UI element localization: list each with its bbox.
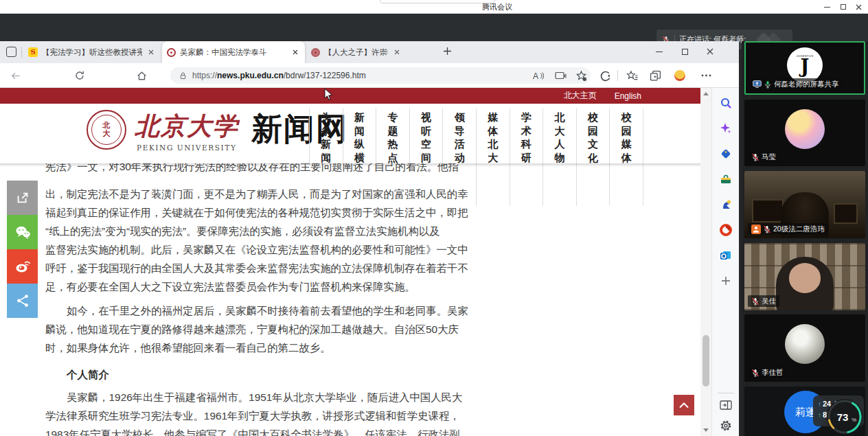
nav-item-9[interactable]: 校园文化 <box>576 108 610 206</box>
tab3-title: 【人大之子】许崇德：学而为宪 <box>324 47 388 58</box>
participant-tile-6[interactable]: 莉蓬↑24.4K/s↑82.8K/s73% <box>744 387 865 436</box>
browser-tab-2-active[interactable]: 吴家麟：中国宪法学泰斗 <box>162 41 305 63</box>
article-line: 学法律系研究生班学习宪法专业。1961年到宁夏大学执教，讲授形式逻辑和哲学史课程… <box>45 406 475 425</box>
page-scrollbar[interactable] <box>700 88 711 436</box>
more-menu-icon[interactable] <box>699 69 713 82</box>
svg-text:A: A <box>533 71 538 81</box>
share-forward-button[interactable] <box>7 181 38 215</box>
tab-device-icon[interactable] <box>553 69 567 82</box>
pku-news-page: 北大主页 English 北大 北京大学 PEKING UNIVERSITY 新… <box>0 88 739 436</box>
pku-english-link[interactable]: English <box>615 91 641 101</box>
browser-tab-1[interactable]: S 【宪法学习】听这些教授讲宪法 <box>23 41 161 63</box>
tab-actions-menu-icon[interactable] <box>6 47 16 57</box>
address-bar[interactable]: https://news.pku.edu.cn/bdrw/137-122596.… <box>170 67 591 84</box>
shopping-icon[interactable] <box>719 147 733 161</box>
meeting-titlebar[interactable]: 腾讯会议 <box>0 0 868 14</box>
tab1-close-icon[interactable] <box>146 47 156 57</box>
article-line: 时，如果身体允许，他很希望能回来看一看自己的第二故乡。 <box>45 339 475 357</box>
nav-item-10[interactable]: 校园媒体 <box>609 108 643 206</box>
mouse-cursor <box>324 88 334 101</box>
search-icon[interactable] <box>719 96 733 110</box>
participant-tile-3[interactable]: 20级法二唐浩玮 <box>744 171 865 238</box>
article-paragraph-1: 出，制定宪法不是为了装潢门面，更不是为了糊弄人民，而是为了对国家的富强和人民的幸… <box>45 185 475 296</box>
tab2-favicon <box>167 48 176 57</box>
nav-item-6[interactable]: 媒体北大 <box>476 108 510 206</box>
article-line: 1983年任宁夏大学校长。他参与编写了《中国大百科全书法学卷》，任该宪法、行政法… <box>45 425 475 436</box>
article-line: 吴家麟，1926年出生于福建省福州市。1951年从北京大学毕业，随后进入中国人民… <box>45 388 475 406</box>
outlook-icon[interactable] <box>719 249 733 262</box>
site-name-cn[interactable]: 北京大学 <box>135 110 239 144</box>
divider <box>21 47 22 58</box>
weibo-share-button[interactable] <box>7 249 38 284</box>
meeting-close-button[interactable] <box>850 0 867 14</box>
participant-avatar: JUVENTUSJ <box>787 47 823 83</box>
chevron-up-icon <box>678 402 689 409</box>
tab2-title: 吴家麟：中国宪法学泰斗 <box>180 47 286 58</box>
read-aloud-icon[interactable]: A <box>531 69 545 82</box>
participant-avatar <box>785 324 825 364</box>
games-icon[interactable] <box>719 198 733 211</box>
article-line: “纸上的宪法”变为“现实的宪法”。要保障宪法的实施，必须设有监督立法实施机构以及 <box>45 222 475 240</box>
scrollbar-thumb[interactable] <box>703 335 709 387</box>
svg-text:73: 73 <box>837 411 849 423</box>
scroll-up-arrow[interactable] <box>703 92 709 95</box>
copilot-icon[interactable] <box>719 122 733 135</box>
pku-home-link[interactable]: 北大主页 <box>564 90 597 102</box>
meeting-restore-button[interactable] <box>835 0 852 14</box>
tools-icon[interactable] <box>719 172 733 186</box>
panel-toggle-icon[interactable] <box>719 398 733 412</box>
share-alt-icon <box>15 293 30 308</box>
nav-item-8[interactable]: 北大人物 <box>542 108 576 206</box>
article-subheading: 个人简介 <box>45 365 475 384</box>
browser-minimize-button[interactable] <box>647 41 672 62</box>
participant-tile-4[interactable]: 吴佳 <box>744 243 865 310</box>
performance-gauge[interactable]: 73% <box>825 398 864 436</box>
article-line: 足，有必要在全国人大之下设立宪法监督委员会作为专门监督机构来保障实施。 <box>45 277 475 296</box>
home-button[interactable] <box>135 69 148 82</box>
nav-item-7[interactable]: 学术科研 <box>510 108 543 206</box>
favorite-add-icon[interactable] <box>574 69 588 82</box>
extensions-icon[interactable] <box>598 69 612 82</box>
favorites-icon[interactable] <box>625 69 639 82</box>
participant-label: 李佳哲 <box>748 367 787 378</box>
browser-maximize-button[interactable] <box>672 41 697 62</box>
article-line: 呼吁，鉴于我国现行的由全国人大及其常委会来监督宪法实施的立法保障机制存在着若干不 <box>45 259 475 277</box>
meeting-drag-handle[interactable] <box>380 0 495 3</box>
tab1-title: 【宪法学习】听这些教授讲宪法 <box>42 47 142 58</box>
pku-logo[interactable]: 北大 <box>87 110 126 150</box>
participant-label: 20级法二唐浩玮 <box>748 223 828 235</box>
participant-tile-2[interactable]: 马莹 <box>744 100 865 166</box>
back-button[interactable] <box>8 69 22 82</box>
browser-close-button[interactable] <box>698 41 722 62</box>
wechat-share-button[interactable] <box>7 215 38 249</box>
participant-name: 吴佳 <box>762 297 776 306</box>
meeting-minimize-button[interactable] <box>819 0 835 14</box>
participant-name: 李佳哲 <box>762 368 784 378</box>
tab2-close-icon[interactable] <box>290 47 300 57</box>
tab3-favicon <box>311 48 320 57</box>
close-icon <box>856 4 862 10</box>
divider <box>617 70 618 81</box>
article-line: 出，制定宪法不是为了装潢门面，更不是为了糊弄人民，而是为了对国家的富强和人民的幸 <box>45 185 475 203</box>
participant-label: 何磊老师的屏幕共享 <box>749 78 843 90</box>
new-tab-button[interactable] <box>443 47 454 58</box>
participant-tile-1[interactable]: JUVENTUSJ何磊老师的屏幕共享 <box>744 41 865 95</box>
office-icon[interactable] <box>719 223 733 237</box>
pooh-extension-icon[interactable] <box>673 69 687 82</box>
tab3-close-icon[interactable] <box>392 47 402 57</box>
settings-gear-icon[interactable] <box>719 419 733 433</box>
scroll-down-arrow[interactable] <box>703 428 709 432</box>
wechat-icon <box>14 225 31 240</box>
person-badge-icon <box>751 225 761 234</box>
close-icon <box>707 48 713 55</box>
collections-icon[interactable] <box>648 69 662 82</box>
refresh-button[interactable] <box>73 69 87 82</box>
add-sidebar-icon[interactable] <box>719 274 733 288</box>
browser-tab-3[interactable]: 【人大之子】许崇德：学而为宪 <box>306 41 407 63</box>
site-name-en: PEKING UNIVERSITY <box>137 144 236 152</box>
more-share-button[interactable] <box>7 284 38 318</box>
back-to-top-button[interactable] <box>674 395 694 415</box>
browser-tab-strip: S 【宪法学习】听这些教授讲宪法 吴家麟：中国宪法学泰斗 【人大之子】许崇德：学… <box>0 41 739 63</box>
svg-text:%: % <box>852 417 856 423</box>
participant-tile-5[interactable]: 李佳哲 <box>744 314 865 382</box>
